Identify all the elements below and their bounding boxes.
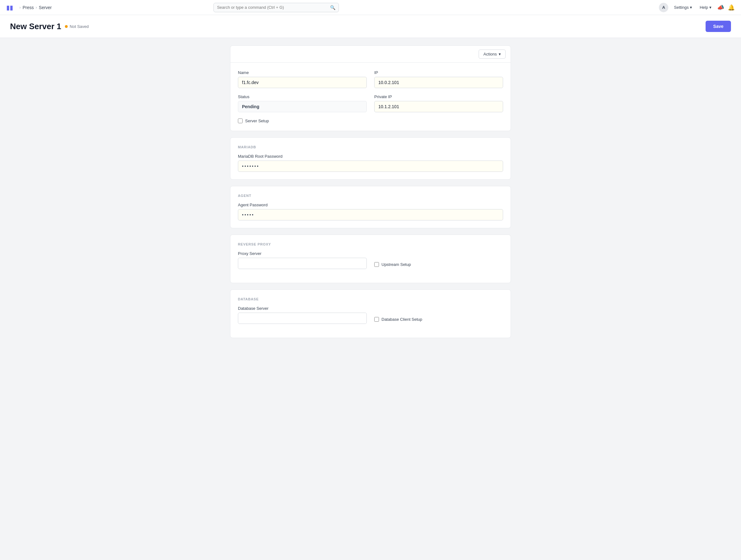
mariadb-section-label: MARIADB [238, 145, 503, 149]
announcements-icon[interactable]: 📣 [717, 4, 724, 11]
agent-password-label: Agent Password [238, 202, 503, 207]
status-input [238, 101, 367, 112]
proxy-server-group: Proxy Server [238, 251, 367, 269]
proxy-server-input[interactable] [238, 258, 367, 269]
db-client-setup-group: Database Client Setup [374, 314, 503, 324]
db-server-group: Database Server [238, 306, 367, 324]
status-badge: Not Saved [65, 24, 89, 29]
mariadb-password-input[interactable] [238, 161, 503, 172]
page-title: New Server 1 [10, 22, 61, 32]
breadcrumb-sep-2: › [36, 5, 37, 10]
ip-input[interactable] [374, 77, 503, 88]
db-client-setup-row: Database Client Setup [374, 317, 503, 322]
upstream-setup-group: Upstream Setup [374, 259, 503, 269]
settings-button[interactable]: Settings ▾ [672, 4, 694, 11]
name-ip-row: Name IP [238, 70, 503, 88]
status-privateip-row: Status Private IP [238, 95, 503, 112]
server-setup-label: Server Setup [245, 119, 269, 123]
db-client-setup-checkbox[interactable] [374, 317, 379, 322]
logo-icon: ▮▮ [6, 4, 13, 11]
breadcrumb-current: Server [39, 5, 52, 10]
mariadb-card: MARIADB MariaDB Root Password [230, 137, 511, 180]
server-setup-row: Server Setup [238, 119, 503, 123]
agent-body: AGENT Agent Password [230, 186, 511, 228]
status-group: Status [238, 95, 367, 112]
proxy-row: Proxy Server Upstream Setup [238, 251, 503, 269]
page-header: New Server 1 Not Saved Save [0, 15, 741, 38]
search-bar[interactable]: 🔍 [213, 3, 339, 12]
upstream-setup-row: Upstream Setup [374, 262, 503, 267]
name-group: Name [238, 70, 367, 88]
save-button[interactable]: Save [705, 21, 731, 32]
reverse-proxy-body: REVERSE PROXY Proxy Server Upstream Setu… [230, 235, 511, 283]
help-chevron-icon: ▾ [709, 5, 712, 10]
status-label: Not Saved [70, 24, 89, 29]
private-ip-input[interactable] [374, 101, 503, 112]
breadcrumb: › Press › Server [19, 5, 52, 10]
notifications-icon[interactable]: 🔔 [728, 4, 735, 11]
upstream-setup-checkbox[interactable] [374, 262, 379, 267]
actions-bar: Actions ▾ [230, 46, 511, 63]
search-icon: 🔍 [330, 5, 335, 10]
status-dot [65, 25, 68, 28]
mariadb-password-label: MariaDB Root Password [238, 154, 503, 159]
name-label: Name [238, 70, 367, 75]
help-button[interactable]: Help ▾ [698, 4, 714, 11]
server-info-body: Name IP Status Private IP [230, 63, 511, 131]
server-setup-checkbox[interactable] [238, 119, 243, 123]
settings-label: Settings [674, 5, 689, 10]
db-server-input[interactable] [238, 313, 367, 324]
db-row: Database Server Database Client Setup [238, 306, 503, 324]
settings-chevron-icon: ▾ [690, 5, 692, 10]
mariadb-password-group: MariaDB Root Password [238, 154, 503, 172]
agent-password-input[interactable] [238, 209, 503, 221]
reverse-proxy-section-label: REVERSE PROXY [238, 242, 503, 246]
logo[interactable]: ▮▮ [6, 4, 13, 11]
name-input[interactable] [238, 77, 367, 88]
breadcrumb-parent[interactable]: Press [22, 5, 34, 10]
agent-card: AGENT Agent Password [230, 186, 511, 228]
status-label: Status [238, 95, 367, 99]
database-section-label: DATABASE [238, 297, 503, 301]
database-body: DATABASE Database Server Database Client… [230, 290, 511, 338]
main-content: Actions ▾ Name IP Status [220, 38, 521, 352]
upstream-setup-label: Upstream Setup [382, 262, 411, 267]
ip-group: IP [374, 70, 503, 88]
nav-right: A Settings ▾ Help ▾ 📣 🔔 [659, 3, 735, 12]
actions-label: Actions [483, 52, 497, 56]
db-client-setup-label: Database Client Setup [382, 317, 422, 322]
server-info-card: Actions ▾ Name IP Status [230, 46, 511, 131]
db-server-label: Database Server [238, 306, 367, 311]
mariadb-body: MARIADB MariaDB Root Password [230, 138, 511, 179]
database-card: DATABASE Database Server Database Client… [230, 290, 511, 338]
private-ip-group: Private IP [374, 95, 503, 112]
proxy-server-label: Proxy Server [238, 251, 367, 256]
ip-label: IP [374, 70, 503, 75]
page-title-area: New Server 1 Not Saved [10, 22, 89, 32]
actions-button[interactable]: Actions ▾ [479, 50, 506, 59]
private-ip-label: Private IP [374, 95, 503, 99]
reverse-proxy-card: REVERSE PROXY Proxy Server Upstream Setu… [230, 235, 511, 283]
breadcrumb-sep-1: › [19, 5, 21, 10]
search-input[interactable] [217, 5, 328, 10]
avatar[interactable]: A [659, 3, 668, 12]
actions-chevron-icon: ▾ [499, 52, 501, 56]
help-label: Help [699, 5, 708, 10]
agent-section-label: AGENT [238, 194, 503, 197]
agent-password-group: Agent Password [238, 202, 503, 221]
topnav: ▮▮ › Press › Server 🔍 A Settings ▾ Help … [0, 0, 741, 15]
